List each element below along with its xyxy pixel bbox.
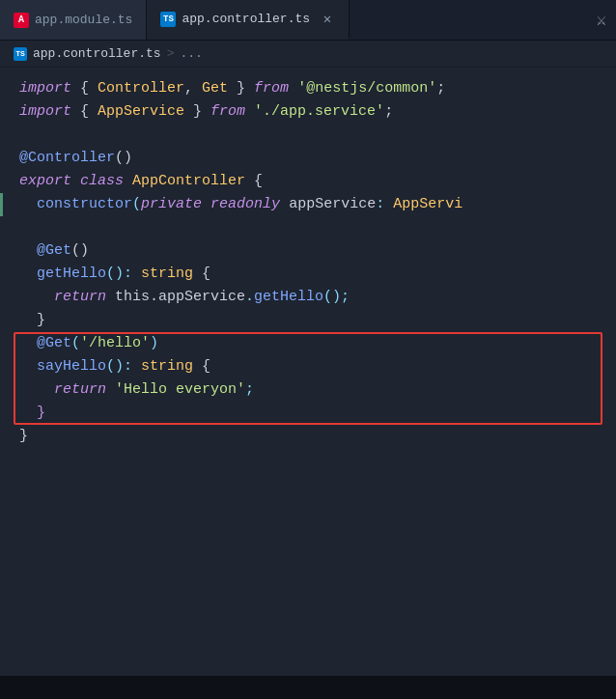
keyword-import-2: import xyxy=(19,100,71,124)
bottom-bar xyxy=(0,676,616,699)
code-line-6: constructor ( private readonly appServic… xyxy=(0,193,616,216)
code-line-14: return 'Hello everyon' ; xyxy=(0,378,616,402)
tab-bar: A app.module.ts TS app.controller.ts ✕ ⚔ xyxy=(0,0,616,41)
code-line-11: } xyxy=(0,309,616,332)
breadcrumb-filename: app.controller.ts xyxy=(33,46,161,61)
split-editor-icon[interactable]: ⚔ xyxy=(597,10,606,30)
code-line-empty-1 xyxy=(0,124,616,147)
code-line-empty-2 xyxy=(0,216,616,239)
code-line-4: @Controller () xyxy=(0,147,616,170)
code-line-5: export class AppController { xyxy=(0,170,616,193)
ts-icon: TS xyxy=(160,12,176,27)
code-line-16: } xyxy=(0,425,616,448)
code-line-1: import { Controller , Get } from '@nestj… xyxy=(0,77,616,100)
code-line-15: } xyxy=(0,402,616,425)
tab-close-button[interactable]: ✕ xyxy=(320,12,335,27)
keyword-from-1: from xyxy=(254,77,289,100)
tab-app-controller[interactable]: TS app.controller.ts ✕ xyxy=(147,0,350,40)
code-area: import { Controller , Get } from '@nestj… xyxy=(0,68,616,458)
code-line-2: import { AppService } from './app.servic… xyxy=(0,100,616,124)
code-line-12: @Get ( '/hello' ) xyxy=(0,332,616,355)
line-indicator xyxy=(0,193,3,216)
keyword-import: import xyxy=(19,77,71,100)
breadcrumb-ts-icon: TS xyxy=(14,47,27,61)
code-line-10: return this. appService . getHello (); xyxy=(0,286,616,309)
breadcrumb-rest: ... xyxy=(180,46,202,61)
code-line-13: sayHello (): string { xyxy=(0,355,616,378)
keyword-from-2: from xyxy=(210,100,245,124)
code-line-8: @Get () xyxy=(0,239,616,263)
highlighted-block: @Get ( '/hello' ) sayHello (): string { … xyxy=(0,332,616,425)
code-line-9: getHello (): string { xyxy=(0,263,616,286)
breadcrumb-separator: > xyxy=(167,46,175,61)
breadcrumb: TS app.controller.ts > ... xyxy=(0,41,616,68)
tab-app-module[interactable]: A app.module.ts xyxy=(0,0,147,40)
tab-label: app.module.ts xyxy=(35,13,132,27)
tab-label: app.controller.ts xyxy=(182,12,310,26)
tab-bar-actions: ⚔ xyxy=(597,0,616,40)
angular-icon: A xyxy=(14,13,29,28)
